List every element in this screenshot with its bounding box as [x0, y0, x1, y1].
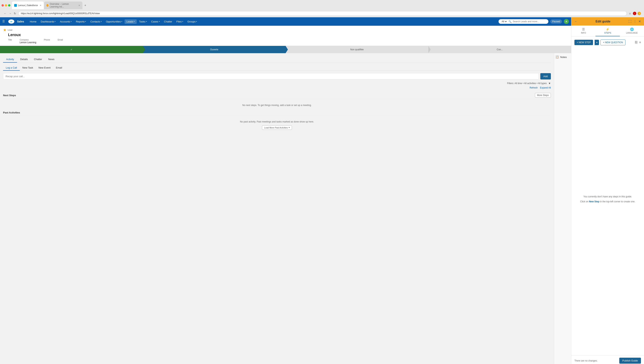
browser-tab-salesforce[interactable]: Leroux | Salesforce ✕: [12, 2, 44, 9]
new-step-dropdown-button[interactable]: ▾: [594, 40, 599, 45]
browser-actions: ☆ L 🍋: [628, 12, 641, 15]
nav-item-dashboards[interactable]: Dashboards ▾: [39, 19, 58, 24]
phone-label: Phone: [44, 39, 50, 41]
browser-dots: [2, 4, 10, 7]
tab-chatter[interactable]: Chatter: [31, 56, 45, 63]
actions-row: Refresh Expand All: [3, 86, 551, 89]
new-event-action[interactable]: New Event: [36, 65, 53, 71]
panel-tab-language[interactable]: 🌐 LANGUAGE: [620, 26, 644, 36]
nav-item-reports[interactable]: Reports ▾: [74, 19, 88, 24]
waffle-menu-icon[interactable]: ⠿: [2, 19, 5, 24]
panel-tab-steps[interactable]: ⚡ STEPS: [596, 26, 620, 36]
status-step-done[interactable]: ✓: [0, 46, 143, 53]
bookmark-icon[interactable]: ☆: [628, 12, 632, 15]
refresh-link[interactable]: Refresh: [530, 86, 538, 89]
publish-guide-button[interactable]: Publish Guide: [619, 358, 641, 363]
lead-field-title: Title: [8, 39, 12, 44]
nav-item-cases[interactable]: Cases ▾: [149, 19, 162, 24]
more-steps-button[interactable]: More Steps: [535, 93, 551, 98]
expand-all-link[interactable]: Expand All: [540, 86, 551, 89]
browser-tab-lemon[interactable]: Overview – Lemon Learning Ad... ✕: [44, 2, 82, 9]
email-action[interactable]: Email: [53, 65, 65, 71]
add-button[interactable]: Add: [540, 73, 551, 79]
tab-details[interactable]: Details: [17, 56, 31, 63]
minimize-window-button[interactable]: [5, 4, 7, 7]
address-bar[interactable]: https://eu14.lightning.force.com/lightni…: [18, 11, 627, 16]
forward-button[interactable]: →: [8, 12, 12, 15]
load-more-button[interactable]: Load More Past Activities ▾: [262, 125, 292, 130]
sf-nav-items: Home Dashboards ▾ Accounts ▾ Reports ▾ C…: [28, 19, 496, 24]
lemon-icon[interactable]: 🍋: [638, 12, 641, 15]
nav-item-chatter[interactable]: Chatter: [162, 19, 174, 24]
lead-header: ★ Lead Leroux Title Company Lemon Learni…: [0, 26, 571, 46]
past-activities-empty-text: No past activity. Past meetings and task…: [6, 120, 548, 123]
avatar-initials: A: [566, 20, 567, 23]
favorite-star-icon[interactable]: ★: [3, 28, 6, 32]
new-question-button[interactable]: + NEW QUESTION: [600, 40, 626, 45]
tab-close-salesforce[interactable]: ✕: [40, 4, 42, 7]
company-label: Company: [20, 39, 36, 41]
new-step-inline-link[interactable]: New Step: [589, 200, 599, 203]
more-options-icon[interactable]: ⋮: [634, 20, 636, 23]
panel-list-icon[interactable]: ≡: [639, 41, 641, 44]
search-input[interactable]: [513, 20, 544, 23]
past-activities-empty: No past activity. Past meetings and task…: [3, 117, 551, 133]
lastpass-icon[interactable]: L: [633, 12, 636, 15]
new-step-button[interactable]: + NEW STEP: [574, 40, 593, 45]
nav-item-tasks[interactable]: Tasks ▾: [137, 19, 149, 24]
back-arrow-icon[interactable]: ←: [574, 20, 578, 23]
nav-item-accounts[interactable]: Accounts ▾: [58, 19, 74, 24]
browser-chrome: Leroux | Salesforce ✕ Overview – Lemon L…: [0, 0, 644, 17]
empty-state: You currently don't have any steps in th…: [574, 48, 641, 352]
panel-tabs: ☰ INFO ⚡ STEPS 🌐 LANGUAGE: [571, 26, 644, 37]
status-ouverte-label: Ouverte: [210, 48, 218, 51]
past-activities-section-title: Past Activities: [3, 110, 551, 116]
user-avatar[interactable]: A: [564, 19, 569, 24]
panel-tree-icon[interactable]: ⛓: [634, 41, 638, 44]
status-step-non-qualifiee[interactable]: Non qualifiée: [286, 46, 428, 53]
filter-icon[interactable]: ▼: [548, 82, 551, 85]
nav-item-home[interactable]: Home: [28, 19, 38, 24]
close-panel-icon[interactable]: ✕: [638, 20, 641, 23]
panel-tab-info[interactable]: ☰ INFO: [571, 26, 596, 36]
lead-name: Leroux: [8, 33, 568, 37]
browser-titlebar: Leroux | Salesforce ✕ Overview – Lemon L…: [2, 2, 642, 9]
tab-news[interactable]: News: [45, 56, 58, 63]
notes-label: Notes: [560, 56, 567, 59]
reload-button[interactable]: ↻: [13, 12, 17, 15]
company-value: Lemon Learning: [20, 41, 36, 44]
log-call-action[interactable]: Log a Call: [3, 65, 20, 71]
main-content: Activity Details Chatter News Log a Call…: [0, 53, 554, 364]
new-tab-button[interactable]: +: [83, 2, 88, 9]
close-window-button[interactable]: [2, 4, 4, 7]
paused-button[interactable]: Paused: [550, 19, 562, 24]
panel-footer: There are no changes. Publish Guide: [571, 355, 644, 364]
back-button[interactable]: ←: [3, 12, 7, 15]
salesforce-logo: SF: [8, 18, 15, 25]
maximize-window-button[interactable]: [8, 4, 10, 7]
status-step-con[interactable]: Con...: [428, 46, 571, 53]
new-task-action[interactable]: New Task: [20, 65, 36, 71]
nav-item-files[interactable]: Files ▾: [174, 19, 185, 24]
tab-label-lemon: Overview – Lemon Learning Ad...: [50, 3, 76, 8]
activity-actions: Log a Call New Task New Event Email: [3, 65, 551, 71]
tab-activity[interactable]: Activity: [3, 56, 17, 63]
language-tab-icon: 🌐: [630, 28, 634, 31]
edit-guide-panel: ← Edit guide ⛶ ⋮ ✕ ☰ INFO ⚡ STEPS 🌐 LANG…: [571, 17, 644, 364]
lead-badge: ★ Lead: [3, 28, 568, 32]
steps-tab-label: STEPS: [604, 32, 611, 34]
search-filter-select[interactable]: All: [501, 20, 507, 23]
search-icon: 🔍: [508, 20, 512, 23]
nav-item-contacts[interactable]: Contacts ▾: [88, 19, 104, 24]
email-label: Email: [58, 39, 63, 41]
status-step-ouverte[interactable]: Ouverte: [143, 46, 286, 53]
topnav-right: All 🔍 Paused A: [498, 19, 569, 24]
fullscreen-icon[interactable]: ⛶: [628, 20, 632, 23]
recap-input[interactable]: [3, 73, 539, 79]
nav-item-opportunities[interactable]: Opportunities ▾: [104, 19, 124, 24]
nav-item-leads[interactable]: Leads ▾: [124, 19, 137, 24]
lead-field-phone: Phone: [44, 39, 50, 44]
nav-item-groups[interactable]: Groups ▾: [186, 19, 199, 24]
tab-close-lemon[interactable]: ✕: [78, 4, 80, 7]
paused-label: Paused: [552, 20, 560, 23]
